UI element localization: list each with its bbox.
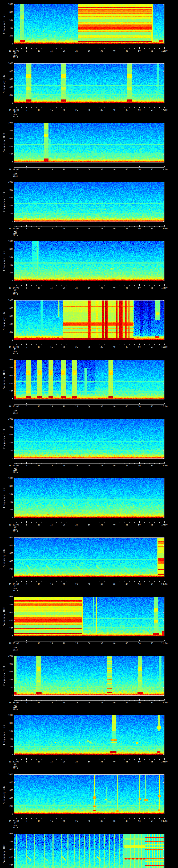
x-axis-tick: [77, 640, 77, 641]
spectrogram-panel: Frequency (Hz)0200400600800100019:18:005…: [0, 474, 178, 533]
y-tick-label: 800: [5, 545, 13, 547]
x-axis-tick: [44, 107, 44, 108]
x-axis-tick: [99, 641, 99, 641]
spectrogram-panel: Frequency (Hz)0200400600800100019:22:005…: [0, 711, 178, 770]
x-axis-tick: [87, 641, 87, 641]
x-axis-tick: [139, 221, 140, 221]
x-axis-tick: [64, 344, 64, 345]
x-axis-tick: [39, 123, 39, 124]
x-axis-tick: [69, 818, 69, 819]
plot-area: [14, 478, 165, 518]
x-axis-tick: [152, 241, 152, 242]
y-tick-label: 600: [5, 671, 13, 673]
x-axis-tick: [39, 597, 39, 597]
x-axis-tick: [82, 404, 82, 404]
x-tick-label: 35: [100, 287, 103, 289]
x-axis-tick: [122, 107, 122, 108]
x-axis-tick: [16, 581, 17, 582]
x-axis-tick: [139, 182, 140, 183]
x-axis-tick: [52, 695, 52, 695]
x-axis-tick: [99, 818, 99, 819]
x-axis-tick: [122, 641, 122, 641]
y-tick-label: 1000: [5, 655, 13, 657]
x-axis-tick: [47, 167, 47, 167]
x-axis-tick: [82, 818, 82, 819]
y-axis-tick: [163, 182, 164, 182]
x-axis-tick: [49, 107, 49, 108]
x-tick-label: 30: [88, 761, 90, 763]
spectrogram-canvas: [14, 182, 164, 221]
x-tick-label: 45: [125, 227, 128, 230]
x-tick-label: 30: [88, 287, 90, 289]
x-axis-tick: [144, 107, 145, 108]
spectrogram-canvas: [14, 4, 164, 44]
x-axis-tick: [31, 404, 32, 404]
x-axis-tick: [64, 284, 64, 286]
x-axis-tick: [64, 360, 64, 361]
y-tick-label: 600: [5, 789, 13, 791]
x-axis-tick: [82, 48, 82, 49]
x-axis-tick: [16, 522, 17, 523]
y-tick-label: 400: [5, 86, 13, 88]
x-axis-tick: [127, 521, 127, 523]
x-tick-label: 40: [113, 287, 115, 289]
x-axis-tick: [82, 167, 82, 167]
x-axis-tick: [69, 700, 69, 701]
x-start-time-label: 19:23:00: [9, 820, 19, 822]
x-axis-tick: [41, 463, 42, 464]
x-axis-tick: [64, 403, 64, 404]
y-axis-tick: [14, 502, 15, 502]
x-tick-label: 5: [26, 50, 27, 52]
x-axis-tick: [52, 818, 52, 819]
x-axis-tick: [24, 641, 24, 641]
y-axis-tick: [163, 731, 164, 731]
x-axis-tick: [39, 221, 39, 221]
x-axis-tick: [94, 107, 94, 108]
x-axis-tick: [77, 597, 77, 597]
x-axis-tick: [64, 521, 64, 523]
x-axis-tick: [24, 759, 24, 760]
x-axis-tick: [47, 107, 47, 108]
x-axis-tick: [21, 285, 22, 286]
x-axis-tick: [152, 597, 152, 597]
x-tick-label: 10: [38, 465, 40, 467]
x-axis-tick: [69, 463, 69, 464]
y-tick-label: 0: [5, 753, 13, 756]
y-axis-tick: [14, 790, 15, 790]
x-tick-label: 50: [138, 405, 141, 407]
x-axis-tick: [64, 166, 64, 167]
x-axis-tick: [44, 48, 44, 49]
date-line: 2015: [13, 293, 18, 295]
x-axis-tick: [104, 700, 105, 701]
x-axis-tick: [39, 538, 39, 538]
x-tick-label: 30: [88, 405, 90, 407]
x-tick-label: 15: [50, 227, 53, 230]
x-axis-tick: [139, 360, 140, 361]
x-axis-tick: [94, 641, 94, 641]
x-axis-tick: [69, 344, 69, 345]
y-tick-label: 200: [5, 509, 13, 511]
x-axis-tick: [139, 123, 140, 124]
y-tick-label: 400: [5, 264, 13, 266]
x-axis-tick: [77, 241, 77, 242]
x-axis-tick: [77, 360, 77, 361]
x-axis-tick: [152, 715, 152, 716]
x-axis-tick: [52, 656, 52, 657]
x-axis-tick: [77, 834, 77, 835]
x-axis-tick: [59, 522, 59, 523]
x-tick-label: 50: [138, 702, 141, 704]
x-tick-label: 45: [125, 583, 128, 585]
x-axis-tick: [59, 48, 59, 49]
x-axis-tick: [94, 700, 94, 701]
y-axis-tick: [14, 36, 15, 36]
x-axis-tick: [19, 404, 19, 404]
x-tick-label: 15: [50, 287, 53, 289]
x-axis-tick: [49, 641, 49, 641]
x-axis-tick: [24, 463, 24, 464]
x-axis-tick: [69, 107, 69, 108]
x-axis-tick: [59, 641, 59, 641]
y-tick-label: 800: [5, 781, 13, 783]
plot-area: [14, 241, 165, 281]
x-axis-tick: [16, 818, 17, 819]
y-axis-tick: [14, 597, 15, 597]
